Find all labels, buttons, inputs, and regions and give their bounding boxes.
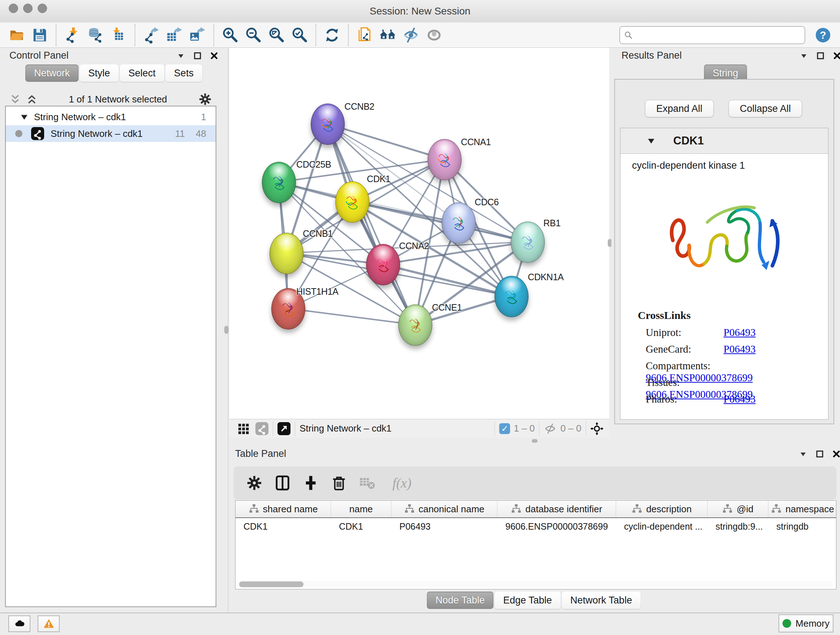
create-column-button[interactable] [301,473,321,493]
tab-node-table[interactable]: Node Table [427,592,493,609]
disclosure-triangle-icon[interactable] [646,136,656,146]
close-panel-icon[interactable] [210,51,218,60]
update-network-button[interactable] [322,25,342,45]
minimize-window-button[interactable] [23,4,33,13]
tab-select[interactable]: Select [120,65,164,82]
float-panel-icon[interactable] [816,51,825,60]
table-row[interactable]: CDK1CDK1P064939606.ENSP00000378699cyclin… [235,518,836,535]
panel-menu-icon[interactable] [177,51,185,60]
control-panel-controls [177,51,218,60]
open-session-button[interactable] [7,25,27,45]
highlight-filter-button[interactable] [424,25,444,45]
string-network-icon [31,127,44,140]
scrollbar-thumb[interactable] [239,581,303,587]
column-header-namespace[interactable]: namespace [768,501,836,517]
titlebar: Session: New Session [0,0,840,23]
birds-eye-icon[interactable] [591,422,603,435]
crosslink-uniprot-link[interactable]: P06493 [723,326,756,338]
crosslink-label: Compartments: [646,360,723,372]
horizontal-scrollbar[interactable] [236,581,833,587]
close-panel-icon[interactable] [833,51,840,60]
delete-column-button[interactable] [329,473,349,493]
share-view-icon[interactable] [256,422,268,435]
node-CCNB2[interactable] [311,103,345,145]
node-CCNA1[interactable] [428,139,462,180]
column-header-shared-name[interactable]: shared name [235,501,331,517]
save-session-button[interactable] [30,25,50,45]
node-CCNA2[interactable] [366,244,400,285]
node-CDK1[interactable] [335,181,369,223]
node-CDC25B[interactable] [262,162,296,203]
column-header-canonical-name[interactable]: canonical name [392,501,497,517]
column-header-database-identifier[interactable]: database identifier [497,501,616,517]
network-options-gear-icon[interactable] [198,92,212,106]
delete-table-button[interactable] [357,473,377,493]
network-row[interactable]: String Network – cdk1 11 48 [6,125,216,142]
tab-style[interactable]: Style [80,65,118,82]
column-header-description[interactable]: description [616,501,707,517]
node-entry-header[interactable]: CDK1 [621,128,828,154]
memory-button[interactable]: Memory [778,614,834,632]
zoom-window-button[interactable] [38,4,47,13]
function-builder-button[interactable]: f(x) [386,473,418,493]
panel-menu-icon[interactable] [799,51,808,60]
delete-table-icon [359,475,376,491]
node-CDC6[interactable] [442,203,476,244]
help-button[interactable]: ? [814,26,832,44]
table-options-button[interactable] [245,473,264,493]
zoom-in-button[interactable] [220,25,240,45]
export-image-button[interactable] [188,25,207,45]
network-edge[interactable] [288,309,415,325]
vertical-splitter-handle[interactable] [224,326,229,334]
zoom-out-button[interactable] [243,25,263,45]
disclosure-triangle-icon[interactable] [19,112,29,122]
expand-all-button[interactable]: Expand All [645,100,714,117]
network-edge[interactable] [327,124,415,325]
zoom-selected-button[interactable] [290,25,309,45]
collapse-all-button[interactable]: Collapse All [729,100,802,117]
network-canvas[interactable]: CCNB2CCNA1CDC25BCDK1CDC6RB1CCNB1CCNA2CDK… [229,48,609,419]
grid-view-icon[interactable] [237,422,250,435]
close-panel-icon[interactable] [832,450,840,458]
tab-network-table[interactable]: Network Table [562,592,641,609]
node-CDKN1A[interactable] [494,276,529,317]
tab-sets[interactable]: Sets [165,65,202,82]
tab-network[interactable]: Network [25,65,79,82]
horizontal-splitter-handle[interactable] [532,439,538,443]
column-header-@id[interactable]: @id [707,501,768,517]
search-input[interactable] [633,27,805,43]
protein-structure-image [653,179,794,302]
float-panel-icon[interactable] [815,450,824,458]
collapse-all-icon[interactable] [9,93,21,105]
tab-edge-table[interactable]: Edge Table [494,592,561,609]
node-CCNE1[interactable] [398,304,432,346]
show-columns-button[interactable] [273,473,292,493]
network-collection-row[interactable]: String Network – cdk1 1 [6,109,216,125]
hide-selected-button[interactable] [401,25,421,45]
warnings-button[interactable] [38,616,60,632]
network-from-file-button[interactable] [355,25,374,45]
import-network-from-file-button[interactable] [63,25,82,45]
crosslink-genecard-link[interactable]: P06493 [723,343,756,355]
detach-view-icon[interactable] [278,422,291,435]
crosslink-pharos-link[interactable]: P06493 [723,393,756,405]
protein-structure-thumb [279,298,297,321]
node-CCNB1[interactable] [270,233,303,274]
float-panel-icon[interactable] [193,51,202,60]
import-table-from-file-button[interactable] [109,25,128,45]
string-home-button[interactable] [378,25,398,45]
close-window-button[interactable] [9,4,18,13]
node-RB1[interactable] [511,222,545,263]
column-namespace-icon [632,504,643,515]
network-edge[interactable] [327,124,444,159]
column-header-name[interactable]: name [331,501,392,517]
panel-menu-icon[interactable] [799,450,807,458]
zoom-fit-button[interactable] [267,25,286,45]
export-table-button[interactable] [164,25,184,45]
export-network-button[interactable] [141,25,161,45]
selected-checkbox[interactable]: ✓ [499,423,510,434]
table-cell: CDK1 [235,518,331,535]
cloud-button[interactable] [8,616,30,632]
expand-all-icon[interactable] [26,93,38,105]
import-network-from-database-button[interactable] [86,25,105,45]
